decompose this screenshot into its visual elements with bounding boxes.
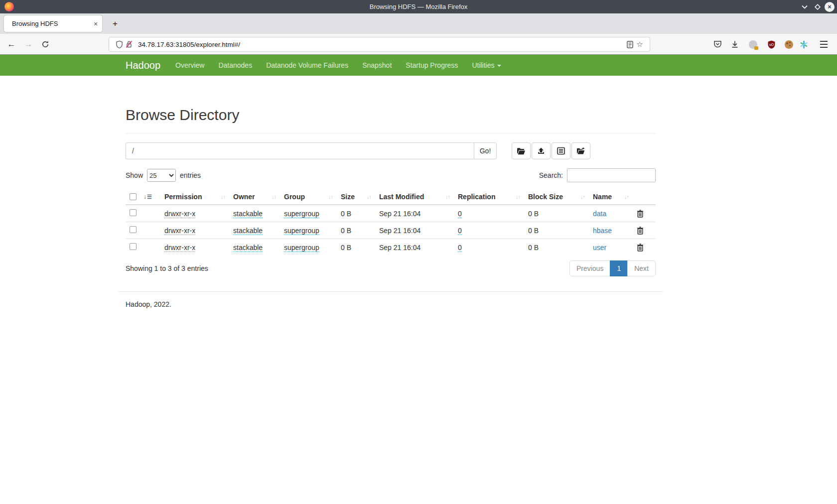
column-header-delete — [633, 189, 656, 205]
sort-icon: ↓↑ — [511, 194, 520, 200]
cell-last-modified: Sep 21 16:04 — [379, 244, 420, 252]
delete-button[interactable] — [637, 210, 644, 218]
table-controls: Show 25 entries Search: — [126, 168, 656, 182]
column-header-owner[interactable]: Owner↓↑ — [229, 189, 280, 205]
nav-item-overview[interactable]: Overview — [168, 61, 211, 69]
shield-icon[interactable] — [114, 39, 124, 49]
directory-path-input[interactable] — [126, 142, 474, 159]
pocket-icon[interactable] — [710, 37, 725, 52]
nav-item-startup-progress[interactable]: Startup Progress — [399, 61, 465, 69]
pagination-previous[interactable]: Previous — [569, 260, 610, 276]
move-paste-button[interactable] — [571, 142, 590, 159]
window-minimize-button[interactable] — [798, 0, 811, 13]
browse-directory-panel: Browse Directory Go! — [118, 107, 663, 308]
page-title: Browse Directory — [126, 107, 656, 123]
page-footer: Hadoop, 2022. — [126, 292, 656, 308]
table-row: drwxr-xr-x stackable supergroup 0 B Sep … — [126, 205, 656, 222]
asterisk-extension-icon[interactable] — [796, 37, 811, 52]
delete-button[interactable] — [637, 227, 644, 235]
window-title: Browsing HDFS — Mozilla Firefox — [0, 0, 837, 13]
back-button[interactable]: ← — [4, 37, 19, 52]
pagination-page-1[interactable]: 1 — [610, 260, 628, 276]
forward-button[interactable]: → — [21, 37, 36, 52]
set-permissions-button[interactable] — [552, 142, 570, 159]
sort-icon: ↓↑ — [440, 194, 450, 200]
column-header-size[interactable]: Size↓↑ — [337, 189, 375, 205]
table-footer: Showing 1 to 3 of 3 entries Previous 1 N… — [126, 260, 656, 276]
chevron-down-icon — [497, 65, 501, 67]
directory-link[interactable]: hbase — [593, 227, 612, 235]
pagination-next[interactable]: Next — [627, 260, 656, 276]
select-all-header[interactable]: ↓☰ — [126, 189, 160, 205]
url-text: 34.78.17.63:31805/explorer.html#/ — [138, 41, 625, 48]
directory-link[interactable]: user — [593, 244, 606, 252]
nav-item-datanode-volume-failures[interactable]: Datanode Volume Failures — [259, 61, 355, 69]
bookmark-star-icon[interactable]: ☆ — [635, 39, 645, 49]
cell-permission: drwxr-xr-x — [164, 210, 195, 218]
tab-title: Browsing HDFS — [4, 20, 89, 27]
hadoop-navbar: Hadoop Overview Datanodes Datanode Volum… — [0, 55, 837, 76]
nav-item-snapshot[interactable]: Snapshot — [355, 61, 399, 69]
download-icon[interactable] — [727, 37, 742, 52]
column-label: Permission — [164, 193, 202, 201]
window-close-button[interactable]: × — [824, 0, 837, 13]
tab-close-icon[interactable]: × — [89, 20, 102, 28]
select-all-checkbox[interactable] — [130, 193, 137, 200]
row-checkbox[interactable] — [130, 243, 137, 250]
create-directory-button[interactable] — [512, 142, 531, 159]
tab-bar: Browsing HDFS × + — [0, 13, 837, 34]
search-input[interactable] — [567, 168, 656, 182]
column-label: Name — [593, 193, 612, 201]
window-maximize-button[interactable] — [811, 0, 824, 13]
column-header-group[interactable]: Group↓↑ — [280, 189, 337, 205]
cookie-icon[interactable] — [781, 37, 796, 52]
cell-owner: stackable — [233, 210, 263, 218]
cell-last-modified: Sep 21 16:04 — [379, 210, 420, 218]
cell-group: supergroup — [284, 244, 319, 252]
cell-replication: 0 — [458, 244, 462, 252]
cell-replication: 0 — [458, 210, 462, 218]
column-header-replication[interactable]: Replication↓↑ — [454, 189, 524, 205]
table-row: drwxr-xr-x stackable supergroup 0 B Sep … — [126, 239, 656, 256]
extension-icon[interactable] — [745, 37, 760, 52]
cell-owner: stackable — [233, 244, 263, 252]
new-tab-button[interactable]: + — [109, 17, 122, 30]
cell-size: 0 B — [341, 210, 351, 218]
insecure-lock-icon[interactable] — [124, 39, 134, 49]
column-label: Last Modified — [379, 193, 424, 201]
column-label: Size — [341, 193, 355, 201]
delete-button[interactable] — [637, 244, 644, 252]
column-header-name[interactable]: Name↓↑ — [589, 189, 633, 205]
reload-button[interactable] — [38, 37, 53, 52]
nav-item-utilities[interactable]: Utilities — [465, 61, 508, 69]
ublock-origin-icon[interactable]: uO — [764, 37, 779, 52]
upload-files-button[interactable] — [532, 142, 551, 159]
column-header-last-modified[interactable]: Last Modified↓↑ — [375, 189, 454, 205]
upload-icon — [537, 147, 545, 155]
directory-link[interactable]: data — [593, 210, 606, 218]
nav-item-datanodes[interactable]: Datanodes — [211, 61, 259, 69]
directory-table: ↓☰ Permission↓↑ Owner↓↑ Group↓↑ Size↓↑ L… — [126, 189, 656, 255]
cell-replication: 0 — [458, 227, 462, 235]
row-checkbox[interactable] — [130, 209, 137, 216]
cell-last-modified: Sep 21 16:04 — [379, 227, 420, 235]
sort-icon: ↓↑ — [323, 194, 333, 200]
url-bar[interactable]: 34.78.17.63:31805/explorer.html#/ ☆ — [109, 37, 650, 52]
browser-tab[interactable]: Browsing HDFS × — [4, 15, 102, 32]
go-button[interactable]: Go! — [474, 142, 497, 159]
column-label: Group — [284, 193, 305, 201]
page-length-select[interactable]: 25 — [147, 169, 176, 182]
cell-block-size: 0 B — [528, 210, 539, 218]
cell-block-size: 0 B — [528, 227, 539, 235]
column-header-block-size[interactable]: Block Size↓↑ — [524, 189, 589, 205]
menu-hamburger-icon[interactable] — [816, 37, 831, 52]
search-label: Search: — [539, 171, 563, 179]
navbar-brand[interactable]: Hadoop — [126, 60, 160, 71]
pagination: Previous 1 Next — [569, 260, 656, 276]
diamond-icon — [814, 3, 821, 10]
column-header-permission[interactable]: Permission↓↑ — [160, 189, 229, 205]
reader-mode-icon[interactable] — [625, 39, 635, 49]
trash-icon — [637, 244, 644, 252]
row-checkbox[interactable] — [130, 226, 137, 233]
column-label: Block Size — [528, 193, 563, 201]
